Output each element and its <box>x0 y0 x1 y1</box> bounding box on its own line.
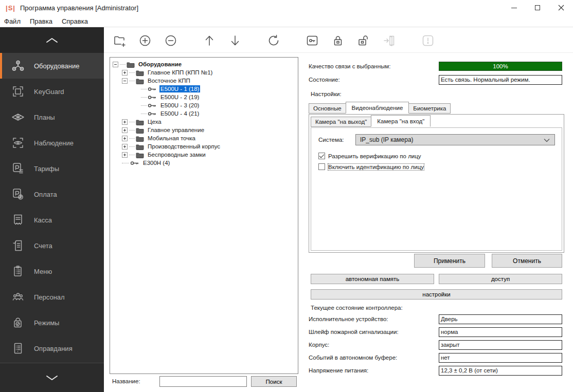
link-quality-value: 100% <box>493 63 508 69</box>
open-door-button[interactable] <box>382 33 397 48</box>
key-icon <box>148 111 157 116</box>
tree-node[interactable]: Восточное КПП <box>111 77 297 85</box>
move-down-button[interactable] <box>227 33 243 48</box>
tree-node[interactable]: Мобильная точка <box>111 134 297 142</box>
expand-icon[interactable] <box>122 144 128 150</box>
expand-icon[interactable] <box>122 70 128 76</box>
alert-button[interactable] <box>420 33 436 48</box>
cancel-button[interactable]: Отменить <box>492 254 562 268</box>
verification-checkbox-row[interactable]: Разрешить верификацию по лицу <box>318 153 421 159</box>
tab-general[interactable]: Основные <box>309 103 346 114</box>
folder-icon <box>136 69 144 76</box>
tree-node[interactable]: E500U - 3 (20) <box>111 101 297 109</box>
tree-node[interactable]: Главное КПП (КПП №1) <box>111 68 297 77</box>
fire-loop-label: Шлейф пожарной сигнализации: <box>309 329 399 335</box>
equipment-tree: Оборудование Главное КПП (КПП №1) Восточ… <box>110 57 298 374</box>
menu-help[interactable]: Справка <box>57 17 93 25</box>
tree-node[interactable]: E500U - 2 (19) <box>111 93 297 101</box>
minimize-icon <box>511 8 517 8</box>
sidebar-item-label: Персонал <box>34 293 65 301</box>
key-icon <box>148 103 157 108</box>
unlock-button[interactable] <box>355 33 371 48</box>
search-input[interactable] <box>159 376 247 387</box>
add-button[interactable] <box>137 33 153 48</box>
sidebar-item-label: Режимы <box>34 319 59 327</box>
menu-edit[interactable]: Правка <box>25 17 57 25</box>
tree-node[interactable]: Главное управление <box>111 126 297 134</box>
sidebar-item-menu[interactable]: Меню <box>0 258 104 284</box>
minimize-button[interactable] <box>502 0 526 15</box>
tree-node-selected[interactable]: E500U - 1 (18) <box>111 85 297 93</box>
collapse-icon[interactable] <box>122 78 128 84</box>
menu-file[interactable]: Файл <box>0 17 25 25</box>
sidebar-item-tariffs[interactable]: Тарифы <box>0 156 104 181</box>
sidebar-item-invoices[interactable]: Счета <box>0 233 104 258</box>
expand-icon[interactable] <box>122 127 128 133</box>
tree-connector <box>141 105 147 106</box>
apply-button[interactable]: Применить <box>414 254 485 268</box>
case-field: закрыт <box>439 340 562 350</box>
modes-lock-icon <box>11 315 25 330</box>
key-icon <box>130 161 139 165</box>
buffer-events-label: Событий в автономном буфере: <box>309 354 397 361</box>
expand-icon[interactable] <box>122 152 128 158</box>
remove-button[interactable] <box>163 33 178 48</box>
checkbox-unchecked-icon[interactable] <box>318 163 325 170</box>
access-button[interactable]: доступ <box>439 274 562 284</box>
tree-node-root[interactable]: Оборудование <box>111 60 297 68</box>
sidebar-item-plans[interactable]: Планы <box>0 104 104 130</box>
sidebar-item-surveillance[interactable]: Наблюдение <box>0 130 104 156</box>
devices-icon <box>11 59 25 73</box>
collapse-icon[interactable] <box>113 62 118 67</box>
tree-node[interactable]: Беспроводные замки <box>111 151 297 159</box>
actuator-label: Исполнительное устройство: <box>309 316 388 322</box>
expand-icon[interactable] <box>122 136 128 141</box>
checkbox-checked-icon[interactable] <box>318 153 325 159</box>
tree-connector <box>129 138 135 139</box>
case-label: Корпус: <box>309 342 329 348</box>
sidebar-item-excuses[interactable]: Оправдания <box>0 335 104 361</box>
lock-button[interactable] <box>330 33 346 48</box>
tariffs-icon <box>11 161 25 176</box>
folder-icon <box>136 119 144 125</box>
sidebar-item-equipment[interactable]: Оборудование <box>0 53 104 79</box>
sidebar-item-cash-register[interactable]: Касса <box>0 207 104 233</box>
offline-memory-button[interactable]: автономная память <box>311 274 434 284</box>
sidebar-item-payment[interactable]: Оплата <box>0 181 104 207</box>
move-up-button[interactable] <box>202 33 217 48</box>
system-combobox[interactable]: IP_sub (IP камера) <box>355 134 555 145</box>
tree-node[interactable]: Цеха <box>111 118 297 126</box>
sidebar-item-label: Оправдания <box>34 345 73 352</box>
sidebar-item-label: Оплата <box>34 191 57 198</box>
tree-node[interactable]: E300H (4) <box>111 159 297 167</box>
expand-icon[interactable] <box>122 119 128 125</box>
sidebar-item-modes[interactable]: Режимы <box>0 310 104 335</box>
maximize-button[interactable] <box>526 0 549 15</box>
sidebar-scroll-down-button[interactable] <box>0 363 104 392</box>
tab-camera-exit[interactable]: Камера "на выход" <box>311 117 371 127</box>
folder-add-icon <box>113 34 127 47</box>
keyguard-frame-icon <box>11 84 25 99</box>
settings-button[interactable]: настройки <box>311 289 562 300</box>
app-logo-icon: |S| <box>6 4 15 12</box>
add-group-button[interactable] <box>112 33 128 48</box>
search-label: Название: <box>112 378 140 384</box>
tree-connector <box>129 146 135 147</box>
search-button[interactable]: Поиск <box>251 376 297 387</box>
refresh-button[interactable] <box>266 33 281 48</box>
tree-connector <box>120 64 126 65</box>
key-access-button[interactable] <box>305 33 320 48</box>
link-quality-label: Качество связи с выбранным: <box>309 63 390 69</box>
tree-search-row: Название: Поиск <box>110 376 298 389</box>
sidebar-item-staff[interactable]: Персонал <box>0 284 104 310</box>
tree-node[interactable]: E500U - 4 (21) <box>111 109 297 118</box>
tree-node[interactable]: Производственный корпус <box>111 142 297 151</box>
tab-camera-entry[interactable]: Камера "на вход" <box>371 115 431 127</box>
sidebar-item-keyguard[interactable]: KeyGuard <box>0 79 104 104</box>
arrow-up-icon <box>203 34 216 47</box>
tab-video-surveillance[interactable]: Видеонаблюдение <box>346 102 409 114</box>
sidebar-scroll-up-button[interactable] <box>0 27 104 53</box>
identification-checkbox-row[interactable]: Включить идентификацию по лицу <box>318 163 424 170</box>
close-button[interactable] <box>549 0 573 15</box>
tab-biometrics[interactable]: Биометрика <box>408 103 451 114</box>
